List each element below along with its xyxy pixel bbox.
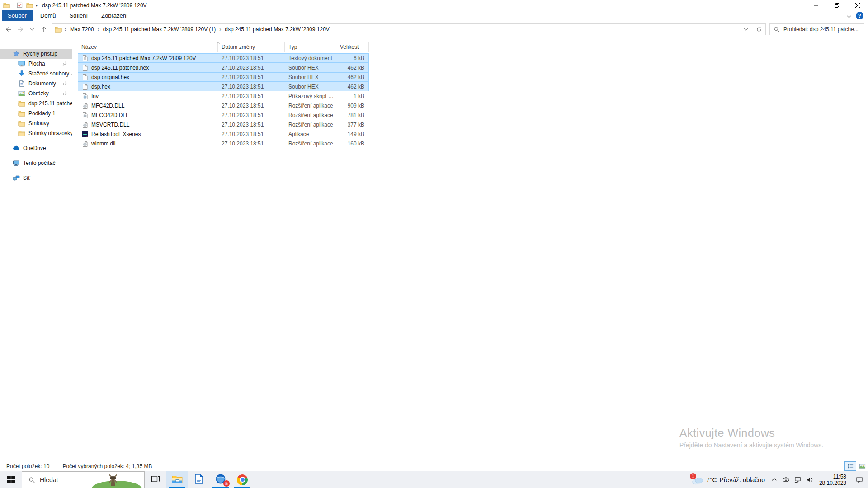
table-row[interactable]: MFCO42D.DLL27.10.2023 18:51Rozšíření apl… <box>78 110 369 120</box>
taskbar-chrome-button[interactable] <box>231 471 253 488</box>
explorer-search-input[interactable] <box>783 26 860 33</box>
taskbar-search-input[interactable] <box>40 476 94 483</box>
breadcrumb-chevron-icon[interactable]: › <box>97 26 100 33</box>
sidebar-item-label: Dokumenty <box>28 80 56 87</box>
file-name-cell: Inv <box>78 93 218 100</box>
file-date-cell: 27.10.2023 18:51 <box>218 55 285 61</box>
sidebar-item-label: Obrázky <box>28 90 49 97</box>
search-icon <box>774 26 780 33</box>
sidebar-item-dokumenty[interactable]: Dokumenty <box>0 79 72 89</box>
help-icon[interactable]: ? <box>856 12 863 19</box>
weather-widget[interactable]: 1 7°C Převáž. oblačno <box>688 471 769 488</box>
table-row[interactable]: ReflashTool_Xseries27.10.2023 18:51Aplik… <box>78 129 369 139</box>
table-row[interactable]: dsp.hex27.10.2023 18:51Soubor HEX462 kB <box>78 82 369 91</box>
minimize-button[interactable] <box>806 0 826 10</box>
action-center-icon[interactable] <box>851 471 868 488</box>
up-icon[interactable] <box>39 24 49 34</box>
tab-zobrazeni[interactable]: Zobrazení <box>95 10 134 21</box>
table-row[interactable]: winmm.dll27.10.2023 18:51Rozšíření aplik… <box>78 139 369 148</box>
column-header-datum-zm-ny[interactable]: Datum změny <box>218 42 285 52</box>
new-folder-icon[interactable] <box>26 2 33 9</box>
taskbar-search[interactable] <box>22 471 145 488</box>
table-row[interactable]: dsp 245.11 patched.hex27.10.2023 18:51So… <box>78 63 369 72</box>
folder-icon <box>18 120 25 127</box>
column-header-typ[interactable]: Typ <box>285 42 336 52</box>
title-bar: ▾ dsp 245.11 patched Max 7.2kW '2809 120… <box>0 0 868 10</box>
tray-overflow-chevron-icon[interactable] <box>769 471 780 488</box>
folder-icon <box>18 130 25 137</box>
tab-sdileni[interactable]: Sdílení <box>64 10 94 21</box>
address-bar[interactable]: › Max 7200›dsp 245.11 patched Max 7.2kW … <box>52 24 740 35</box>
file-name: ReflashTool_Xseries <box>91 131 141 137</box>
sidebar-item-rychl-p-stup[interactable]: Rychlý přístup <box>0 49 72 59</box>
breadcrumb-segment[interactable]: Max 7200 <box>67 26 97 33</box>
taskbar-task-view-button[interactable] <box>145 471 166 488</box>
meet-now-icon[interactable] <box>780 471 792 488</box>
customize-qat-chevron-icon[interactable]: ▾ <box>36 4 38 7</box>
sidebar-item-tento-po-ta-[interactable]: Tento počítač <box>0 158 72 168</box>
navigation-pane: Rychlý přístupPlochaStažené souboryDokum… <box>0 37 72 461</box>
ribbon-collapse-chevron-icon[interactable] <box>847 12 851 20</box>
properties-check-icon[interactable] <box>16 2 23 9</box>
sidebar-item-dsp-245-11-patched[interactable]: dsp 245.11 patched <box>0 99 72 108</box>
sidebar-item-plocha[interactable]: Plocha <box>0 59 72 69</box>
column-header-velikost[interactable]: Velikost <box>336 42 369 52</box>
sidebar-item-label: OneDrive <box>23 145 46 151</box>
file-explorer-icon <box>172 474 183 486</box>
explorer-search[interactable] <box>769 23 864 35</box>
watermark-subtitle: Přejděte do Nastavení a aktivujte systém… <box>679 441 823 449</box>
back-icon[interactable] <box>4 24 14 34</box>
refresh-icon[interactable] <box>752 24 765 35</box>
address-row: › Max 7200›dsp 245.11 patched Max 7.2kW … <box>0 21 868 37</box>
table-row[interactable]: MFC42D.DLL27.10.2023 18:51Rozšíření apli… <box>78 101 369 110</box>
breadcrumb-segment[interactable]: dsp 245.11 patched Max 7.2kW '2809 120V <box>222 26 332 33</box>
file-name: dsp 245.11 patched.hex <box>91 65 149 71</box>
sidebar-item-sn-mky-obrazovky[interactable]: Snímky obrazovky <box>0 128 72 138</box>
restore-button[interactable] <box>826 0 847 10</box>
tab-soubor[interactable]: Soubor <box>2 10 33 21</box>
table-row[interactable]: Inv27.10.2023 18:51Příkazový skript sy..… <box>78 91 369 101</box>
taskbar-file-explorer-button[interactable] <box>166 471 188 488</box>
sidebar-item-sta-en-soubory[interactable]: Stažené soubory <box>0 69 72 79</box>
sidebar-item-label: Snímky obrazovky <box>28 130 72 136</box>
divider <box>13 2 13 9</box>
breadcrumb-chevron-icon[interactable]: › <box>218 26 222 33</box>
sidebar-item-obr-zky[interactable]: Obrázky <box>0 89 72 99</box>
network-icon[interactable] <box>792 471 804 488</box>
windows-logo-icon <box>7 476 15 483</box>
close-button[interactable] <box>847 0 868 10</box>
clock[interactable]: 11:58 28.10.2023 <box>816 474 851 486</box>
weather-alert-badge: 1 <box>690 473 696 479</box>
sidebar-item-podklady-1[interactable]: Podklady 1 <box>0 108 72 118</box>
file-size-cell: 462 kB <box>336 74 369 80</box>
app-file-icon <box>81 131 89 138</box>
table-row[interactable]: dsp 245.11 patched Max 7.2kW '2809 120V2… <box>78 53 369 63</box>
folder-icon <box>18 110 25 117</box>
documents-icon <box>18 80 25 87</box>
recent-locations-chevron-icon[interactable] <box>27 24 37 34</box>
file-name-cell: dsp 245.11 patched Max 7.2kW '2809 120V <box>78 55 218 62</box>
thumbnails-view-toggle[interactable] <box>856 461 868 471</box>
volume-icon[interactable] <box>804 471 816 488</box>
tab-domu[interactable]: Domů <box>34 10 62 21</box>
taskbar-libreoffice-writer-button[interactable] <box>188 471 210 488</box>
breadcrumb-segment[interactable]: dsp 245.11 patched Max 7.2kW '2809 120V … <box>100 26 219 33</box>
column-header-n-zev[interactable]: Název <box>78 42 218 52</box>
start-button[interactable] <box>0 471 22 488</box>
taskbar-thunderbird-button[interactable]: 5 <box>210 471 231 488</box>
forward-icon[interactable] <box>15 24 25 34</box>
file-name-cell: MFCO42D.DLL <box>78 112 218 119</box>
desktop-icon <box>18 60 25 67</box>
sidebar-item-s-[interactable]: Síť <box>0 173 72 183</box>
sidebar-item-smlouvy[interactable]: Smlouvy <box>0 118 72 128</box>
file-size-cell: 909 kB <box>336 103 369 109</box>
sort-ascending-icon[interactable] <box>216 38 221 46</box>
sidebar-item-onedrive[interactable]: OneDrive <box>0 143 72 153</box>
table-row[interactable]: dsp original.hex27.10.2023 18:51Soubor H… <box>78 72 369 82</box>
file-date-cell: 27.10.2023 18:51 <box>218 74 285 80</box>
file-type-cell: Soubor HEX <box>285 74 336 80</box>
quick-access-icon <box>13 50 20 57</box>
table-row[interactable]: MSVCRTD.DLL27.10.2023 18:51Rozšíření apl… <box>78 120 369 129</box>
details-view-toggle[interactable] <box>844 461 856 471</box>
address-dropdown-chevron-icon[interactable] <box>740 24 752 35</box>
